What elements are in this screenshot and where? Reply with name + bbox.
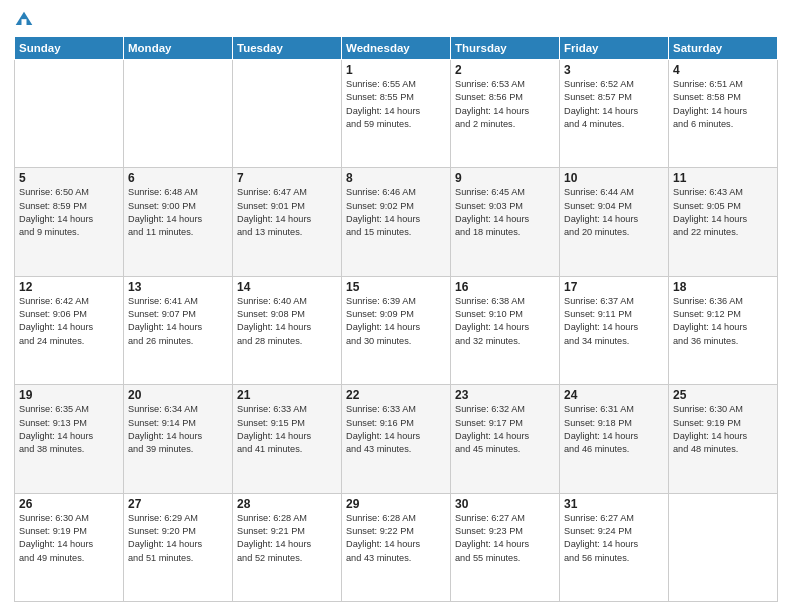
day-info: Sunrise: 6:38 AM Sunset: 9:10 PM Dayligh… [455,295,555,348]
day-header-monday: Monday [124,37,233,60]
day-number: 21 [237,388,337,402]
day-number: 20 [128,388,228,402]
svg-rect-1 [22,19,27,25]
day-info: Sunrise: 6:34 AM Sunset: 9:14 PM Dayligh… [128,403,228,456]
day-info: Sunrise: 6:52 AM Sunset: 8:57 PM Dayligh… [564,78,664,131]
day-number: 28 [237,497,337,511]
day-header-wednesday: Wednesday [342,37,451,60]
day-number: 26 [19,497,119,511]
day-info: Sunrise: 6:36 AM Sunset: 9:12 PM Dayligh… [673,295,773,348]
day-cell: 1Sunrise: 6:55 AM Sunset: 8:55 PM Daylig… [342,60,451,168]
day-info: Sunrise: 6:32 AM Sunset: 9:17 PM Dayligh… [455,403,555,456]
day-cell: 27Sunrise: 6:29 AM Sunset: 9:20 PM Dayli… [124,493,233,601]
day-cell: 3Sunrise: 6:52 AM Sunset: 8:57 PM Daylig… [560,60,669,168]
header [14,10,778,30]
day-info: Sunrise: 6:42 AM Sunset: 9:06 PM Dayligh… [19,295,119,348]
day-info: Sunrise: 6:29 AM Sunset: 9:20 PM Dayligh… [128,512,228,565]
day-number: 31 [564,497,664,511]
day-header-saturday: Saturday [669,37,778,60]
day-cell: 16Sunrise: 6:38 AM Sunset: 9:10 PM Dayli… [451,276,560,384]
day-cell: 13Sunrise: 6:41 AM Sunset: 9:07 PM Dayli… [124,276,233,384]
day-cell: 24Sunrise: 6:31 AM Sunset: 9:18 PM Dayli… [560,385,669,493]
day-number: 27 [128,497,228,511]
day-number: 10 [564,171,664,185]
calendar-table: SundayMondayTuesdayWednesdayThursdayFrid… [14,36,778,602]
day-info: Sunrise: 6:33 AM Sunset: 9:16 PM Dayligh… [346,403,446,456]
day-number: 18 [673,280,773,294]
day-info: Sunrise: 6:30 AM Sunset: 9:19 PM Dayligh… [673,403,773,456]
day-number: 14 [237,280,337,294]
day-number: 11 [673,171,773,185]
day-info: Sunrise: 6:30 AM Sunset: 9:19 PM Dayligh… [19,512,119,565]
day-info: Sunrise: 6:43 AM Sunset: 9:05 PM Dayligh… [673,186,773,239]
day-info: Sunrise: 6:31 AM Sunset: 9:18 PM Dayligh… [564,403,664,456]
day-info: Sunrise: 6:53 AM Sunset: 8:56 PM Dayligh… [455,78,555,131]
day-cell: 18Sunrise: 6:36 AM Sunset: 9:12 PM Dayli… [669,276,778,384]
day-info: Sunrise: 6:51 AM Sunset: 8:58 PM Dayligh… [673,78,773,131]
day-number: 12 [19,280,119,294]
day-cell: 8Sunrise: 6:46 AM Sunset: 9:02 PM Daylig… [342,168,451,276]
day-cell: 9Sunrise: 6:45 AM Sunset: 9:03 PM Daylig… [451,168,560,276]
day-cell: 26Sunrise: 6:30 AM Sunset: 9:19 PM Dayli… [15,493,124,601]
day-cell [124,60,233,168]
day-cell: 21Sunrise: 6:33 AM Sunset: 9:15 PM Dayli… [233,385,342,493]
day-cell: 4Sunrise: 6:51 AM Sunset: 8:58 PM Daylig… [669,60,778,168]
day-cell: 29Sunrise: 6:28 AM Sunset: 9:22 PM Dayli… [342,493,451,601]
logo [14,10,36,30]
day-number: 7 [237,171,337,185]
week-row-3: 12Sunrise: 6:42 AM Sunset: 9:06 PM Dayli… [15,276,778,384]
day-info: Sunrise: 6:44 AM Sunset: 9:04 PM Dayligh… [564,186,664,239]
day-cell [669,493,778,601]
header-row: SundayMondayTuesdayWednesdayThursdayFrid… [15,37,778,60]
day-info: Sunrise: 6:46 AM Sunset: 9:02 PM Dayligh… [346,186,446,239]
week-row-1: 1Sunrise: 6:55 AM Sunset: 8:55 PM Daylig… [15,60,778,168]
day-cell: 5Sunrise: 6:50 AM Sunset: 8:59 PM Daylig… [15,168,124,276]
day-number: 29 [346,497,446,511]
day-number: 8 [346,171,446,185]
day-header-friday: Friday [560,37,669,60]
day-cell: 12Sunrise: 6:42 AM Sunset: 9:06 PM Dayli… [15,276,124,384]
day-number: 22 [346,388,446,402]
day-cell: 7Sunrise: 6:47 AM Sunset: 9:01 PM Daylig… [233,168,342,276]
day-cell: 19Sunrise: 6:35 AM Sunset: 9:13 PM Dayli… [15,385,124,493]
day-number: 15 [346,280,446,294]
day-cell [15,60,124,168]
day-info: Sunrise: 6:47 AM Sunset: 9:01 PM Dayligh… [237,186,337,239]
day-number: 24 [564,388,664,402]
day-cell: 15Sunrise: 6:39 AM Sunset: 9:09 PM Dayli… [342,276,451,384]
day-cell: 20Sunrise: 6:34 AM Sunset: 9:14 PM Dayli… [124,385,233,493]
day-cell: 25Sunrise: 6:30 AM Sunset: 9:19 PM Dayli… [669,385,778,493]
day-info: Sunrise: 6:41 AM Sunset: 9:07 PM Dayligh… [128,295,228,348]
day-number: 4 [673,63,773,77]
day-info: Sunrise: 6:37 AM Sunset: 9:11 PM Dayligh… [564,295,664,348]
day-cell: 17Sunrise: 6:37 AM Sunset: 9:11 PM Dayli… [560,276,669,384]
page: SundayMondayTuesdayWednesdayThursdayFrid… [0,0,792,612]
day-cell [233,60,342,168]
day-cell: 28Sunrise: 6:28 AM Sunset: 9:21 PM Dayli… [233,493,342,601]
day-number: 2 [455,63,555,77]
day-number: 6 [128,171,228,185]
day-cell: 30Sunrise: 6:27 AM Sunset: 9:23 PM Dayli… [451,493,560,601]
day-info: Sunrise: 6:40 AM Sunset: 9:08 PM Dayligh… [237,295,337,348]
day-number: 17 [564,280,664,294]
day-number: 3 [564,63,664,77]
day-number: 30 [455,497,555,511]
day-info: Sunrise: 6:50 AM Sunset: 8:59 PM Dayligh… [19,186,119,239]
day-info: Sunrise: 6:55 AM Sunset: 8:55 PM Dayligh… [346,78,446,131]
day-info: Sunrise: 6:33 AM Sunset: 9:15 PM Dayligh… [237,403,337,456]
day-cell: 10Sunrise: 6:44 AM Sunset: 9:04 PM Dayli… [560,168,669,276]
week-row-5: 26Sunrise: 6:30 AM Sunset: 9:19 PM Dayli… [15,493,778,601]
day-number: 9 [455,171,555,185]
day-number: 23 [455,388,555,402]
day-cell: 11Sunrise: 6:43 AM Sunset: 9:05 PM Dayli… [669,168,778,276]
logo-icon [14,10,34,30]
day-header-thursday: Thursday [451,37,560,60]
day-info: Sunrise: 6:27 AM Sunset: 9:24 PM Dayligh… [564,512,664,565]
day-number: 5 [19,171,119,185]
day-info: Sunrise: 6:27 AM Sunset: 9:23 PM Dayligh… [455,512,555,565]
day-info: Sunrise: 6:48 AM Sunset: 9:00 PM Dayligh… [128,186,228,239]
day-number: 19 [19,388,119,402]
day-cell: 14Sunrise: 6:40 AM Sunset: 9:08 PM Dayli… [233,276,342,384]
day-number: 16 [455,280,555,294]
day-cell: 23Sunrise: 6:32 AM Sunset: 9:17 PM Dayli… [451,385,560,493]
